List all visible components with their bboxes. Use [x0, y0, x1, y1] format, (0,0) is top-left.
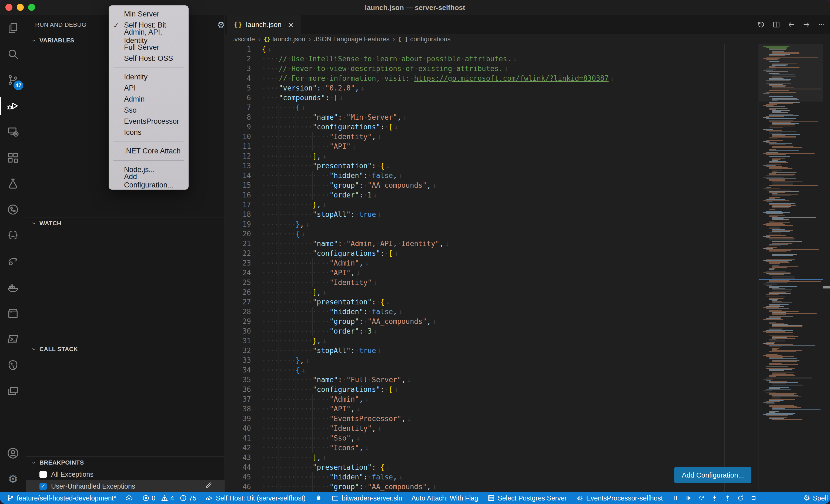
activity-item-git-graph[interactable] — [0, 197, 26, 223]
breadcrumb-item[interactable]: JSON Language Features — [314, 35, 390, 43]
status-step-into[interactable] — [711, 494, 719, 502]
menu-item-add-configuration-[interactable]: Add Configuration... — [108, 175, 189, 187]
code-line[interactable]: 10················"Identity",↓ — [225, 132, 830, 141]
minimap[interactable] — [758, 44, 823, 492]
code-line[interactable]: 18············"stopAll":·true↓ — [225, 210, 830, 219]
activity-item-settings[interactable]: ⚙ — [0, 466, 26, 492]
section-header[interactable]: BREAKPOINTS — [26, 457, 225, 468]
code-line[interactable]: 42················"Icons",↓ — [225, 443, 830, 453]
code-line[interactable]: 22············"configurations":·[↓ — [225, 248, 830, 258]
code-line[interactable]: 20········{↓ — [225, 229, 830, 239]
code-line[interactable]: 37················"Admin",↓ — [225, 394, 830, 404]
menu-item-admin[interactable]: Admin — [108, 94, 189, 105]
activity-item-search[interactable] — [0, 41, 26, 67]
code-line[interactable]: 33········},↓ — [225, 356, 830, 365]
menu-item-eventsprocessor[interactable]: EventsProcessor — [108, 116, 189, 127]
code-line[interactable]: 46················"group":·"AA_compounds… — [225, 482, 830, 492]
code-line[interactable]: 34········{↓ — [225, 365, 830, 375]
breakpoint-checkbox[interactable]: ✓ — [39, 483, 47, 490]
code-line[interactable]: 5····"version":·"0.2.0",↓ — [225, 83, 830, 93]
breakpoint-row[interactable]: All Exceptions — [26, 468, 225, 480]
code-line[interactable]: 39················"EventsProcessor",↓ — [225, 414, 830, 424]
editor-action-more[interactable] — [817, 20, 826, 29]
menu-item-full-server[interactable]: Full Server — [108, 42, 189, 53]
activity-item-json-extension[interactable] — [0, 223, 26, 248]
menu-item-min-server[interactable]: Min Server — [108, 9, 189, 20]
editor-action-split[interactable] — [772, 20, 781, 29]
code-line[interactable]: 9············"configurations":·[↓ — [225, 122, 830, 132]
code-line[interactable]: 1{↓ — [225, 44, 830, 54]
code-line[interactable]: 27············"presentation":·{↓ — [225, 297, 830, 307]
activity-item-remote-explorer[interactable] — [0, 119, 26, 145]
breadcrumb-item[interactable]: {}launch.json — [264, 35, 305, 43]
editor-action-history[interactable] — [757, 20, 766, 29]
status-restart[interactable] — [737, 494, 744, 502]
editor-action-arrow-left[interactable] — [787, 20, 796, 29]
code-line[interactable]: 21············"name":·"Admin,·API,·Ident… — [225, 239, 830, 248]
code-line[interactable]: 32············"stopAll":·true↓ — [225, 346, 830, 356]
activity-item-explorer[interactable] — [0, 15, 26, 41]
code-line[interactable]: 3····//·Hover·to·view·descriptions·of·ex… — [225, 64, 830, 73]
code-line[interactable]: 30················"order":·3↓ — [225, 326, 830, 336]
activity-item-live-share[interactable] — [0, 248, 26, 274]
code-line[interactable]: 8············"name":·"Min·Server",↓ — [225, 112, 830, 122]
menu-item-identity[interactable]: Identity — [108, 72, 189, 82]
activity-item-postgresql[interactable] — [0, 352, 26, 378]
code-line[interactable]: 17············},↓ — [225, 200, 830, 210]
status-publish-changes[interactable] — [125, 494, 133, 502]
menu-item-sso[interactable]: Sso — [108, 105, 189, 116]
status-continue[interactable] — [685, 494, 693, 502]
status-solution[interactable]: bitwarden-server.sln — [331, 494, 402, 502]
status-spell-checker[interactable]: ⚙Spell — [803, 494, 828, 502]
code-line[interactable]: 23················"Admin",↓ — [225, 258, 830, 268]
activity-item-docker[interactable] — [0, 274, 26, 300]
tab-launch-json[interactable]: {}launch.json× — [227, 15, 301, 34]
activity-item-account[interactable] — [0, 440, 26, 466]
menu-item-admin-api-identity[interactable]: Admin, API, Identity — [108, 31, 189, 42]
status-flame[interactable] — [315, 494, 322, 502]
status-git-branch[interactable]: feature/self-hosted-development* — [6, 494, 116, 502]
breadcrumb-item[interactable]: .vscode — [233, 35, 255, 43]
status-debug-session[interactable]: EventsProcessor-selfhost — [576, 494, 663, 502]
code-line[interactable]: 35············"name":·"Full·Server",↓ — [225, 375, 830, 384]
code-line[interactable]: 19········},↓ — [225, 219, 830, 229]
code-line[interactable]: 28················"hidden":·false,↓ — [225, 307, 830, 316]
code-line[interactable]: 25················"Identity"↓ — [225, 278, 830, 288]
status-step-out[interactable] — [724, 494, 731, 502]
code-line[interactable]: 31············},↓ — [225, 336, 830, 346]
code-editor[interactable]: 1{↓2····//·Use·IntelliSense·to·learn·abo… — [225, 44, 830, 492]
code-line[interactable]: 14················"hidden":·false,↓ — [225, 171, 830, 180]
section-header[interactable]: CALL STACK — [26, 343, 225, 355]
section-header[interactable]: WATCH — [26, 217, 225, 229]
code-line[interactable]: 2····//·Use·IntelliSense·to·learn·about·… — [225, 54, 830, 64]
close-tab-icon[interactable]: × — [287, 20, 294, 29]
code-line[interactable]: 29················"group":·"AA_compounds… — [225, 316, 830, 326]
code-line[interactable]: 40················"Identity",↓ — [225, 424, 830, 433]
scrollbar-marker[interactable] — [823, 286, 830, 289]
activity-item-dev-container[interactable] — [0, 300, 26, 326]
status-postgres-server[interactable]: Select Postgres Server — [487, 494, 567, 502]
code-line[interactable]: 16················"order":·1↓ — [225, 190, 830, 200]
menu-item-icons[interactable]: Icons — [108, 127, 189, 138]
edit-condition-icon[interactable] — [204, 481, 213, 491]
status-errors[interactable]: 0 — [142, 494, 155, 502]
code-line[interactable]: 6····"compounds":·[↓ — [225, 93, 830, 103]
activity-item-testing[interactable] — [0, 171, 26, 197]
menu-item-api[interactable]: API — [108, 82, 189, 94]
code-line[interactable]: 13············"presentation":·{↓ — [225, 161, 830, 171]
status-stop[interactable] — [750, 494, 757, 502]
status-debug-launch[interactable]: Self Host: Bit (server-selfhost) — [205, 494, 306, 502]
activity-item-windows-layers[interactable] — [0, 378, 26, 404]
code-line[interactable]: 12············],↓ — [225, 151, 830, 161]
status-auto-attach[interactable]: Auto Attach: With Flag — [412, 494, 478, 502]
code-line[interactable]: 7········{↓ — [225, 103, 830, 112]
status-infos[interactable]: 75 — [180, 494, 196, 502]
code-line[interactable]: 11················"API"↓ — [225, 141, 830, 151]
code-line[interactable]: 26············],↓ — [225, 288, 830, 297]
code-line[interactable]: 4····//·For·more·information,·visit:·htt… — [225, 73, 830, 83]
activity-item-powershell[interactable] — [0, 326, 26, 352]
status-pause[interactable] — [672, 494, 679, 502]
status-warnings[interactable]: 4 — [161, 494, 174, 502]
code-line[interactable]: 15················"group":·"AA_compounds… — [225, 180, 830, 190]
code-line[interactable]: 43············],↓ — [225, 453, 830, 462]
